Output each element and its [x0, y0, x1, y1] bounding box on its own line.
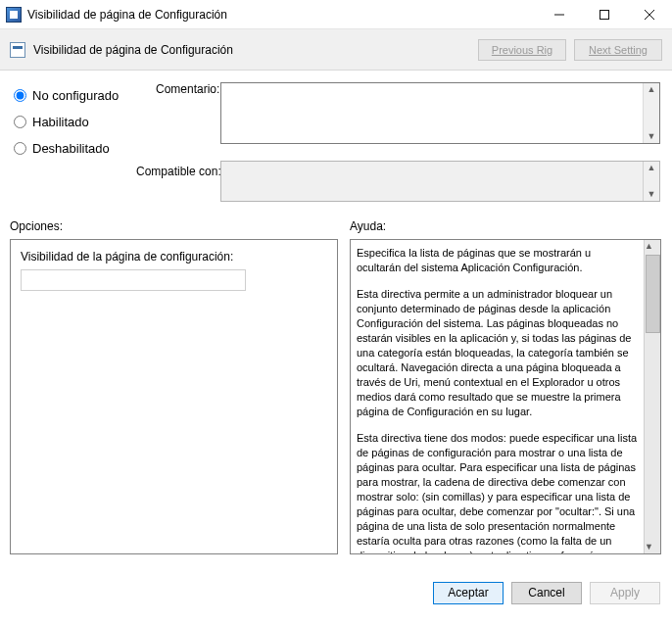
- radio-enabled[interactable]: Habilitado: [12, 109, 119, 135]
- help-text: Especifica la lista de páginas que se mo…: [351, 240, 644, 553]
- svg-rect-1: [600, 10, 609, 19]
- radio-disabled-input[interactable]: [14, 142, 26, 155]
- options-panel: Visibilidad de la página de configuració…: [10, 239, 338, 554]
- apply-button: Apply: [590, 582, 660, 604]
- options-label: Opciones:: [10, 219, 63, 233]
- radio-not-configured-label: No configurado: [32, 88, 119, 103]
- comment-field[interactable]: ▲ ▼: [220, 82, 660, 144]
- ok-button[interactable]: Aceptar: [433, 582, 504, 604]
- radio-enabled-input[interactable]: [14, 116, 26, 128]
- help-p3: Esta directiva tiene dos modos: puede es…: [357, 431, 638, 553]
- radio-not-configured[interactable]: No configurado: [12, 82, 119, 109]
- chevron-up-icon[interactable]: ▲: [645, 240, 660, 253]
- help-label: Ayuda:: [350, 219, 386, 233]
- titlebar: Visibilidad de página de Configuración: [0, 0, 672, 29]
- compat-scrollbar[interactable]: ▲ ▼: [643, 162, 659, 201]
- help-p1: Especifica la lista de páginas que se mo…: [357, 246, 638, 275]
- chevron-down-icon[interactable]: ▼: [645, 541, 660, 553]
- close-button[interactable]: [627, 0, 672, 29]
- help-p2: Esta directiva permite a un administrado…: [357, 287, 638, 419]
- next-setting-button[interactable]: Next Setting: [574, 39, 662, 61]
- radio-not-configured-input[interactable]: [14, 89, 26, 102]
- compat-value: [221, 162, 643, 201]
- minimize-button[interactable]: [537, 0, 582, 29]
- policy-icon: [10, 42, 25, 58]
- chevron-up-icon[interactable]: ▲: [648, 162, 656, 174]
- radio-disabled[interactable]: Deshabilitado: [12, 135, 119, 162]
- help-panel: Especifica la lista de páginas que se mo…: [350, 239, 661, 554]
- previous-setting-button[interactable]: Previous Rig: [478, 39, 566, 61]
- visibility-label: Visibilidad de la página de configuració…: [21, 250, 327, 264]
- chevron-down-icon[interactable]: ▼: [648, 188, 656, 201]
- dialog-footer: Aceptar Cancel Apply: [0, 570, 672, 615]
- comment-value[interactable]: [221, 83, 643, 143]
- cancel-button[interactable]: Cancel: [511, 582, 582, 604]
- chevron-up-icon[interactable]: ▲: [648, 83, 656, 96]
- compat-field: ▲ ▼: [220, 161, 660, 202]
- subheader-title: Visibilidad de página de Configuración: [33, 43, 233, 57]
- subheader: Visibilidad de página de Configuración P…: [0, 29, 672, 71]
- maximize-button[interactable]: [582, 0, 627, 29]
- window-title: Visibilidad de página de Configuración: [27, 8, 227, 22]
- app-icon: [6, 7, 22, 23]
- visibility-input[interactable]: [21, 269, 246, 291]
- compat-label: Compatible con:: [136, 165, 221, 178]
- scrollbar-thumb[interactable]: [646, 255, 660, 333]
- state-radio-group: No configurado Habilitado Deshabilitado: [12, 82, 119, 162]
- radio-enabled-label: Habilitado: [32, 115, 89, 129]
- help-scrollbar[interactable]: ▲ ▼: [644, 240, 660, 553]
- comment-label: Comentario:: [156, 82, 219, 96]
- comment-scrollbar[interactable]: ▲ ▼: [643, 83, 659, 143]
- chevron-down-icon[interactable]: ▼: [648, 130, 656, 143]
- radio-disabled-label: Deshabilitado: [32, 141, 110, 156]
